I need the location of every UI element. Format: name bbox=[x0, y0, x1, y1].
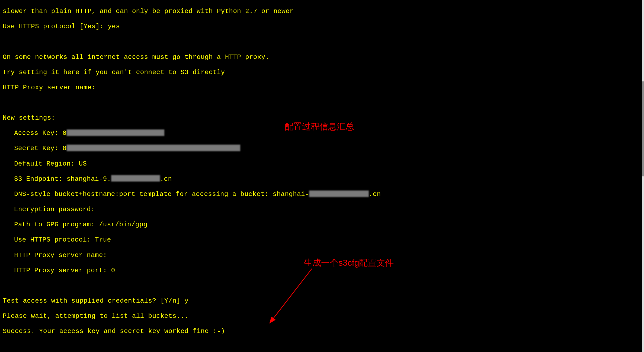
output-line bbox=[3, 282, 641, 290]
output-line: Use HTTPS protocol: True bbox=[3, 236, 641, 244]
output-line: Please wait, attempting to list all buck… bbox=[3, 312, 641, 320]
output-line: S3 Endpoint: shanghai-9..cn bbox=[3, 175, 641, 183]
output-line: Default Region: US bbox=[3, 160, 641, 168]
censored-secret-key bbox=[67, 145, 240, 151]
dns-template-label: DNS-style bucket+hostname:port template … bbox=[14, 191, 309, 198]
censored-access-key bbox=[67, 129, 164, 136]
output-line: DNS-style bucket+hostname:port template … bbox=[3, 191, 641, 198]
output-line: Path to GPG program: /usr/bin/gpg bbox=[3, 221, 641, 229]
output-line: HTTP Proxy server name: bbox=[3, 84, 641, 91]
annotation-summary: 配置过程信息汇总 bbox=[285, 122, 354, 132]
output-line: On some networks all internet access mus… bbox=[3, 53, 641, 61]
output-line bbox=[3, 38, 641, 46]
dns-template-suffix: .cn bbox=[369, 191, 381, 198]
output-line: Encryption password: bbox=[3, 206, 641, 213]
output-line: Test access with supplied credentials? [… bbox=[3, 297, 641, 305]
secret-key-label: Secret Key: 8 bbox=[14, 145, 67, 152]
output-line: Use HTTPS protocol [Yes]: yes bbox=[3, 23, 641, 30]
access-key-label: Access Key: 0 bbox=[14, 129, 67, 137]
output-line: Try setting it here if you can't connect… bbox=[3, 69, 641, 76]
output-line: Secret Key: 8 bbox=[3, 145, 641, 152]
scrollbar-thumb[interactable] bbox=[642, 81, 644, 176]
censored-endpoint bbox=[111, 175, 160, 182]
output-line bbox=[3, 343, 641, 351]
output-line: New settings: bbox=[3, 114, 641, 122]
output-line bbox=[3, 99, 641, 107]
output-line: slower than plain HTTP, and can only be … bbox=[3, 8, 641, 15]
output-line: Success. Your access key and secret key … bbox=[3, 328, 641, 335]
terminal-output[interactable]: slower than plain HTTP, and can only be … bbox=[0, 0, 644, 352]
s3-endpoint-suffix: .cn bbox=[160, 175, 172, 183]
annotation-cfg-file: 生成一个s3cfg配置文件 bbox=[304, 258, 394, 268]
censored-dns bbox=[309, 191, 369, 197]
s3-endpoint-label: S3 Endpoint: shanghai-9. bbox=[14, 175, 111, 183]
